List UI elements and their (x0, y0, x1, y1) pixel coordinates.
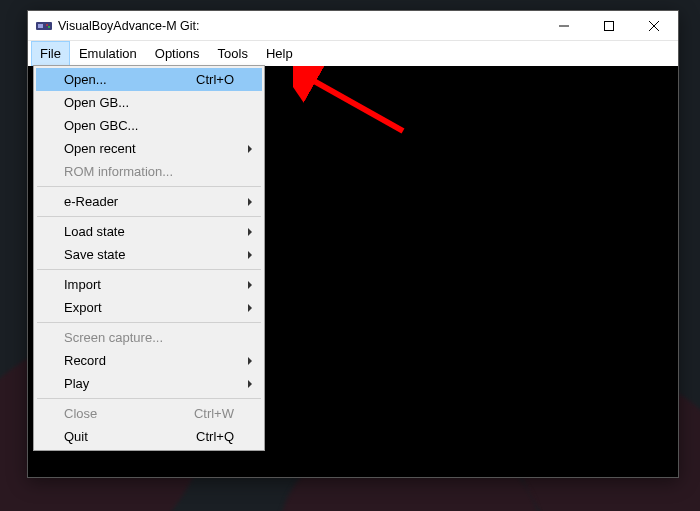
menu-item-shortcut: Ctrl+W (182, 406, 234, 421)
menu-separator (37, 269, 261, 270)
maximize-button[interactable] (586, 11, 631, 41)
menu-item-label: Record (64, 353, 234, 368)
menu-item-label: Open GBC... (64, 118, 234, 133)
menu-separator (37, 398, 261, 399)
menu-item-load-state[interactable]: Load state (36, 220, 262, 243)
menu-separator (37, 216, 261, 217)
menu-item-label: ROM information... (64, 164, 234, 179)
menu-item-open-gb[interactable]: Open GB... (36, 91, 262, 114)
close-button[interactable] (631, 11, 676, 41)
menu-item-label: Open recent (64, 141, 234, 156)
menu-item-label: Close (64, 406, 182, 421)
menu-item-label: Open... (64, 72, 184, 87)
svg-point-3 (48, 26, 50, 28)
menu-item-open-gbc[interactable]: Open GBC... (36, 114, 262, 137)
menu-item-label: Save state (64, 247, 234, 262)
menu-help[interactable]: Help (257, 41, 302, 66)
menu-item-export[interactable]: Export (36, 296, 262, 319)
file-menu-dropdown: Open...Ctrl+OOpen GB...Open GBC...Open r… (33, 65, 265, 451)
menu-item-label: Quit (64, 429, 184, 444)
menu-item-label: Open GB... (64, 95, 234, 110)
menu-options[interactable]: Options (146, 41, 209, 66)
svg-rect-1 (38, 24, 43, 28)
app-window: VisualBoyAdvance-M Git: FileEmulationOpt… (27, 10, 679, 478)
menu-item-open[interactable]: Open...Ctrl+O (36, 68, 262, 91)
minimize-button[interactable] (541, 11, 586, 41)
menu-item-label: Export (64, 300, 234, 315)
menu-item-label: Screen capture... (64, 330, 234, 345)
menu-item-quit[interactable]: QuitCtrl+Q (36, 425, 262, 448)
menu-item-screen-capture: Screen capture... (36, 326, 262, 349)
menu-item-e-reader[interactable]: e-Reader (36, 190, 262, 213)
menu-item-shortcut: Ctrl+O (184, 72, 234, 87)
menu-separator (37, 186, 261, 187)
menu-item-label: Play (64, 376, 234, 391)
menu-item-open-recent[interactable]: Open recent (36, 137, 262, 160)
menu-separator (37, 322, 261, 323)
menu-item-rom-information: ROM information... (36, 160, 262, 183)
menu-emulation[interactable]: Emulation (70, 41, 146, 66)
menu-item-label: e-Reader (64, 194, 234, 209)
menubar: FileEmulationOptionsToolsHelp (28, 41, 678, 66)
menu-item-shortcut: Ctrl+Q (184, 429, 234, 444)
menu-item-import[interactable]: Import (36, 273, 262, 296)
menu-item-label: Load state (64, 224, 234, 239)
svg-point-2 (46, 24, 48, 26)
menu-item-label: Import (64, 277, 234, 292)
window-title: VisualBoyAdvance-M Git: (58, 19, 541, 33)
svg-rect-5 (604, 21, 613, 30)
menu-file[interactable]: File (31, 41, 70, 66)
menu-item-close: CloseCtrl+W (36, 402, 262, 425)
menu-item-record[interactable]: Record (36, 349, 262, 372)
menu-item-save-state[interactable]: Save state (36, 243, 262, 266)
titlebar: VisualBoyAdvance-M Git: (28, 11, 678, 41)
menu-item-play[interactable]: Play (36, 372, 262, 395)
menu-tools[interactable]: Tools (209, 41, 257, 66)
app-icon (36, 18, 52, 34)
